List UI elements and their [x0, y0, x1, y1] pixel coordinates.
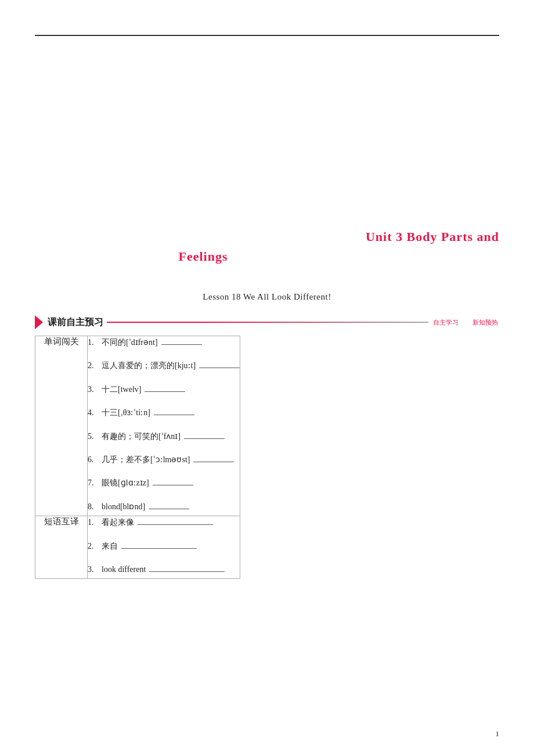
phrase-item-1: 1. 看起来像: [88, 516, 240, 529]
watermark-line-2: [163, 117, 371, 150]
unit-title-area: Unit 3 Body Parts and Feelings: [35, 229, 499, 264]
vocab-item-2: 2. 逗人喜爱的；漂亮的[kjuːt]: [88, 359, 240, 372]
top-line: [35, 35, 499, 36]
phrase-num-2: 2.: [88, 540, 100, 553]
vocab-text-8: blond[blɒnd]: [102, 501, 145, 513]
phrase-blank-3[interactable]: [149, 571, 225, 572]
vocab-num-8: 8.: [88, 501, 100, 513]
phrase-text-1: 看起来像: [102, 516, 134, 529]
vocab-text-2: 逗人喜爱的；漂亮的[kjuːt]: [102, 359, 196, 372]
right-label-separator: [462, 319, 468, 326]
unit-title-line2: Feelings: [35, 249, 499, 264]
page-wrapper: Unit 3 Body Parts and Feelings Lesson 18…: [0, 0, 534, 756]
section-right-label: 自主学习 新知预热: [432, 318, 500, 327]
vocab-num-4: 4.: [88, 406, 100, 419]
vocab-num-7: 7.: [88, 477, 100, 489]
vocab-item-6: 6. 几乎；差不多[ˈɔːlməʊst]: [88, 453, 240, 466]
right-label-text2: 新知预热: [472, 319, 498, 326]
right-label-text1: 自主学习: [433, 319, 459, 326]
phrase-row: 短语互译 1. 看起来像 2. 来自 3. look different: [35, 516, 240, 579]
vocab-item-8: 8. blond[blɒnd]: [88, 501, 240, 513]
lesson-title: Lesson 18 We All Look Different!: [35, 292, 499, 302]
vocab-num-6: 6.: [88, 453, 100, 466]
unit-title-line1: Unit 3 Body Parts and: [35, 229, 499, 244]
phrase-num-1: 1.: [88, 516, 100, 529]
vocab-blank-7[interactable]: [153, 485, 193, 485]
vocab-item-4: 4. 十三[ˌθɜːˈtiːn]: [88, 406, 240, 419]
section-arrow-icon: [35, 315, 43, 329]
phrase-blank-2[interactable]: [121, 548, 197, 549]
section-header-left: 课前自主预习: [35, 315, 103, 329]
section-title-text: 课前自主预习: [48, 316, 103, 329]
vocab-blank-1[interactable]: [161, 344, 202, 345]
vocab-blank-4[interactable]: [154, 415, 194, 415]
vocab-label-cell: 单词闯关: [35, 336, 88, 516]
vocab-text-5: 有趣的；可笑的[ˈfʌnɪ]: [102, 430, 181, 443]
vocab-num-5: 5.: [88, 430, 100, 443]
vocab-content-cell: 1. 不同的[ˈdɪfrənt] 2. 逗人喜爱的；漂亮的[kjuːt] 3. …: [88, 336, 240, 516]
phrase-item-3: 3. look different: [88, 563, 240, 576]
vocab-item-1: 1. 不同的[ˈdɪfrənt]: [88, 336, 240, 349]
vocab-text-4: 十三[ˌθɜːˈtiːn]: [102, 406, 150, 419]
phrase-blank-1[interactable]: [138, 524, 213, 525]
phrase-num-3: 3.: [88, 563, 100, 576]
vocab-blank-6[interactable]: [193, 462, 234, 462]
vocab-num-2: 2.: [88, 359, 100, 372]
vocab-text-7: 眼镜[ɡlɑːzɪz]: [102, 477, 149, 489]
vocab-text-3: 十二[twelv]: [102, 383, 141, 396]
phrase-item-2: 2. 来自: [88, 540, 240, 553]
phrase-content-cell: 1. 看起来像 2. 来自 3. look different: [88, 516, 240, 579]
watermark-line-3: [163, 150, 371, 182]
vocab-num-3: 3.: [88, 383, 100, 396]
vocab-text-1: 不同的[ˈdɪfrənt]: [102, 336, 158, 349]
section-divider-line: [107, 322, 428, 323]
phrase-label-cell: 短语互译: [35, 516, 88, 579]
section-header: 课前自主预习 自主学习 新知预热: [35, 314, 499, 331]
vocab-row: 单词闯关 1. 不同的[ˈdɪfrənt] 2. 逗人喜爱的；漂亮的[kjuːt…: [35, 336, 240, 516]
vocab-blank-3[interactable]: [145, 391, 185, 392]
phrase-text-3: look different: [102, 563, 146, 576]
vocab-blank-5[interactable]: [184, 438, 225, 439]
phrase-text-2: 来自: [102, 540, 118, 553]
vocab-blank-8[interactable]: [149, 509, 189, 509]
vocab-item-3: 3. 十二[twelv]: [88, 383, 240, 396]
vocab-num-1: 1.: [88, 336, 100, 349]
page-number: 1: [496, 729, 500, 739]
main-table: 单词闯关 1. 不同的[ˈdɪfrənt] 2. 逗人喜爱的；漂亮的[kjuːt…: [35, 336, 240, 579]
vocab-item-7: 7. 眼镜[ɡlɑːzɪz]: [88, 477, 240, 489]
watermark-line-1: [163, 85, 371, 117]
watermark-area: [35, 41, 499, 226]
vocab-blank-2[interactable]: [199, 368, 240, 368]
vocab-item-5: 5. 有趣的；可笑的[ˈfʌnɪ]: [88, 430, 240, 443]
vocab-text-6: 几乎；差不多[ˈɔːlməʊst]: [102, 453, 190, 466]
